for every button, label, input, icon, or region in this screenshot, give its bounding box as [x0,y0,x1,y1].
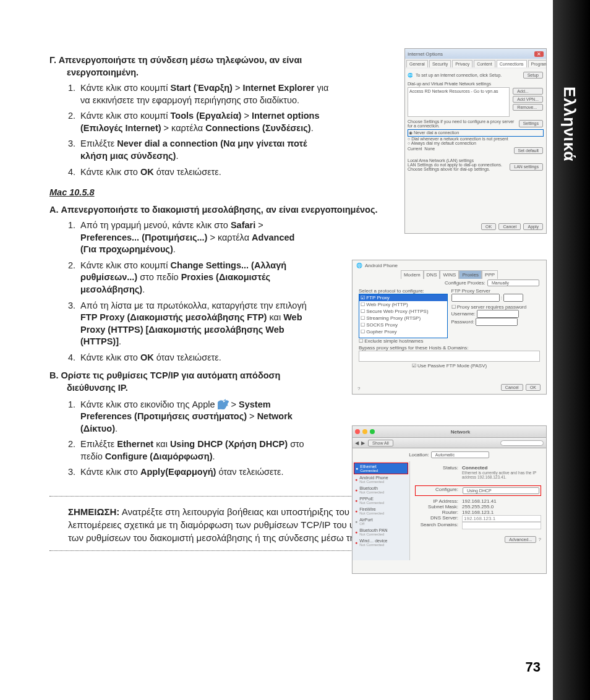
username-input[interactable] [477,310,519,318]
help-icon[interactable]: ? [539,537,541,542]
radio-always[interactable]: ○ Always dial my default connection [408,141,544,145]
sidebar-item-android[interactable]: ●Android PhoneNot Connected [354,474,408,485]
tab-dns[interactable]: DNS [424,270,440,279]
password-input[interactable] [476,318,518,326]
proto-http[interactable]: ☐ Web Proxy (HTTP) [359,301,447,308]
text: Κάντε κλικ στο [80,467,140,477]
ok-button[interactable]: OK [481,223,496,230]
configure-proxies-select[interactable]: Manually [487,280,539,286]
ip-label: IP Address: [415,498,458,504]
proto-rtsp[interactable]: ☐ Streaming Proxy (RTSP) [359,315,447,322]
proto-label: Secure Web Proxy (HTTPS) [366,309,428,314]
if-status: Not Connected [359,543,387,547]
network-icon: 🌐 [356,263,362,268]
set-default-button[interactable]: Set default [514,147,543,154]
text: όταν τελειώσετε. [154,352,221,362]
forward-icon[interactable]: ▶ [361,440,365,446]
sidebar-item-airport[interactable]: ●AirPortOff [354,516,408,527]
sidebar-item-ethernet[interactable]: ●EthernetConnected [354,463,408,474]
proto-socks[interactable]: ☐ SOCKS Proxy [359,322,447,328]
if-status: Connected [360,469,378,472]
text: . [212,451,215,461]
tab-connections[interactable]: Connections [497,60,527,67]
search-input[interactable] [500,440,544,446]
sidebar-item-firewire[interactable]: ●FireWireNot Connected [354,506,408,516]
apply-button[interactable]: Apply [523,223,543,230]
figure-network: Network ◀ ▶ Show All Location: Automatic… [352,425,547,574]
tab-wins[interactable]: WINS [440,270,459,279]
sidebar-item-pppoe[interactable]: ●PPPoENot Connected [354,495,408,506]
text: > [247,411,257,421]
proto-label: FTP Proxy [366,295,390,301]
tab-modem[interactable]: Modem [401,270,424,279]
note-label: ΣΗΜΕΙΩΣΗ: [68,506,119,517]
tab-programs[interactable]: Programs [528,60,547,67]
cancel-button[interactable]: Cancel [501,384,523,391]
proto-https[interactable]: ☐ Secure Web Proxy (HTTPS) [359,308,447,315]
close-icon[interactable]: ✕ [534,51,544,57]
port-input[interactable] [503,294,523,302]
configure-select[interactable]: Using DHCP [463,487,539,494]
advanced-button[interactable]: Advanced... [505,536,536,543]
tab-proxies[interactable]: Proxies [459,270,482,279]
list-item: Επιλέξτε Ethernet και Using DHCP (Χρήση … [78,438,309,463]
settings-button[interactable]: Settings [519,120,543,127]
cancel-button[interactable]: Cancel [498,223,521,230]
ok-button[interactable]: OK [526,384,541,391]
mask-label: Subnet Mask: [415,504,458,510]
current-label: Current [408,147,422,155]
bypass-input[interactable] [359,351,540,362]
mask-value: 255.255.255.0 [462,504,494,510]
sidebar-item-btpan[interactable]: ●Bluetooth PANNot Connected [354,527,408,537]
username-label: Username: [451,311,476,317]
proto-ftp[interactable]: ☑ FTP Proxy [359,294,447,301]
sidebar-item-wind[interactable]: ●Wind… deviceNot Connected [354,537,408,548]
server-label: FTP Proxy Server [451,288,541,294]
tab-security[interactable]: Security [429,60,451,67]
status-desc: Ethernet is currently active and has the… [462,471,541,479]
tab-general[interactable]: General [406,60,428,67]
server-input[interactable] [451,294,500,302]
help-icon[interactable]: ? [357,386,360,391]
setup-button[interactable]: Setup [523,72,543,79]
list-item: Από τη γραμμή μενού, κάντε κλικ στο Safa… [78,220,309,256]
page-number: 73 [526,659,541,675]
radio-dial-when[interactable]: ○ Dial whenever a network connection is … [408,137,544,141]
close-icon[interactable] [355,429,360,434]
minimize-icon[interactable] [362,429,367,434]
interface-sidebar: ●EthernetConnected ●Android PhoneNot Con… [353,461,410,560]
proto-label: Streaming Proxy (RTSP) [366,315,421,321]
current-value: None [424,147,435,155]
remove-button[interactable]: Remove... [513,104,543,111]
add-button[interactable]: Add... [513,88,543,95]
if-status: Not Connected [359,511,384,515]
bold: FTP Proxy (Διακομιστής μεσολάβησης FTP) [80,312,267,322]
search-input[interactable] [462,522,541,529]
radio-never-dial[interactable]: ◉ Never dial a connection [409,130,542,135]
dns-value[interactable]: 192.168.123.1 [462,515,541,522]
vpn-entry[interactable]: Access RD Network Resources - Go to vpn.… [409,89,498,93]
bypass-label: Bypass proxy settings for these Hosts & … [359,345,540,351]
lan-settings-button[interactable]: LAN settings [510,163,543,171]
add-vpn-button[interactable]: Add VPN... [513,96,543,103]
proto-gopher[interactable]: ☐ Gopher Proxy [359,328,447,335]
search-label: Search Domains: [415,522,458,529]
checkbox-label: Exclude simple hostnames [364,338,423,344]
sidebar-item-bluetooth[interactable]: ●BluetoothNot Connected [354,485,408,495]
tab-content[interactable]: Content [474,60,495,67]
tab-privacy[interactable]: Privacy [452,60,472,67]
back-icon[interactable]: ◀ [355,440,359,446]
zoom-icon[interactable] [370,429,375,434]
pasv-checkbox[interactable]: ☑ Use Passive FTP Mode (PASV) [359,363,540,369]
if-status: Off [359,522,372,526]
exclude-checkbox[interactable]: ☐ Exclude simple hostnames [359,338,448,344]
window-titlebar[interactable]: Internet Options ✕ [405,49,546,59]
text: > καρτέλα [161,123,206,133]
show-all-button[interactable]: Show All [368,440,393,446]
text: Επιλέξτε [80,439,117,449]
location-select[interactable]: Automatic [431,451,489,458]
proto-label: Gopher Proxy [366,329,396,335]
tab-ppp[interactable]: PPP [482,270,498,279]
password-checkbox[interactable]: ☐ Proxy server requires password [451,304,541,310]
tab-bar: General Security Privacy Content Connect… [405,59,546,69]
